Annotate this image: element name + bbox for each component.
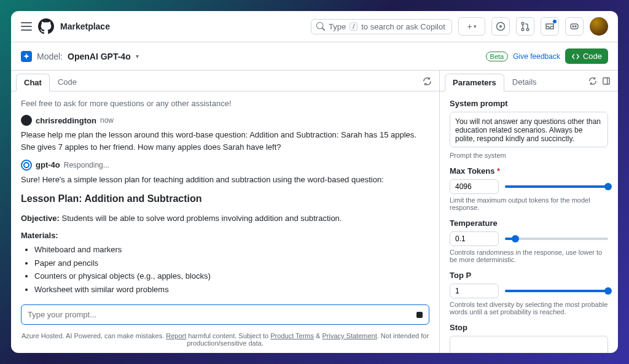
search-icon bbox=[316, 22, 325, 31]
beta-badge: Beta bbox=[486, 52, 509, 61]
notification-dot bbox=[553, 20, 557, 23]
main-area: Chat Code Feel free to ask for more ques… bbox=[11, 71, 618, 353]
assistant-status: Responding... bbox=[64, 160, 109, 171]
inbox-icon[interactable] bbox=[541, 17, 559, 36]
model-provider-icon: ✦ bbox=[21, 51, 32, 62]
list-item: Whiteboard and markers bbox=[34, 244, 429, 256]
pull-requests-icon[interactable] bbox=[516, 17, 534, 36]
svg-rect-5 bbox=[571, 24, 578, 29]
stop-icon[interactable] bbox=[416, 312, 423, 318]
copilot-icon[interactable] bbox=[565, 17, 584, 36]
avatar[interactable] bbox=[590, 17, 608, 36]
github-logo-icon[interactable] bbox=[38, 18, 54, 34]
brand-label[interactable]: Marketplace bbox=[60, 21, 110, 31]
temperature-hint: Controls randomness in the response, use… bbox=[450, 249, 608, 263]
list-item: Counters or physical objects (e.g., appl… bbox=[34, 270, 429, 282]
parameters-body: System prompt Prompt the system Max Toke… bbox=[440, 91, 618, 353]
max-tokens-input[interactable] bbox=[450, 179, 499, 194]
materials-heading: Materials: bbox=[21, 230, 429, 242]
list-item: Worksheet with similar word problems bbox=[34, 284, 429, 296]
chevron-down-icon: ▾ bbox=[474, 23, 477, 29]
top-p-label: Top P bbox=[450, 271, 608, 280]
prompt-textfield[interactable] bbox=[28, 310, 412, 319]
assistant-name: gpt-4o bbox=[36, 159, 60, 171]
code-icon bbox=[571, 52, 580, 61]
system-prompt-hint: Prompt the system bbox=[450, 152, 608, 159]
assistant-msg-header: gpt-4o Responding... bbox=[21, 159, 429, 171]
model-label: Model: bbox=[37, 52, 63, 61]
top-p-slider[interactable] bbox=[505, 290, 608, 292]
search-input[interactable]: Type / to search or ask Copilot bbox=[311, 19, 452, 34]
chat-panel: Chat Code Feel free to ask for more ques… bbox=[11, 71, 440, 353]
user-avatar-icon bbox=[21, 115, 32, 126]
top-p-hint: Controls text diversity by selecting the… bbox=[450, 301, 608, 316]
stop-input[interactable] bbox=[450, 336, 608, 353]
system-prompt-input[interactable] bbox=[450, 112, 608, 147]
plus-icon: + bbox=[467, 21, 472, 31]
chat-scroll[interactable]: Feel free to ask for more questions or a… bbox=[11, 91, 439, 300]
max-tokens-slider[interactable] bbox=[505, 185, 608, 188]
materials-list: Whiteboard and markers Paper and pencils… bbox=[34, 244, 429, 295]
top-p-input[interactable] bbox=[450, 284, 499, 298]
svg-rect-8 bbox=[603, 78, 610, 85]
svg-point-6 bbox=[572, 26, 574, 27]
temperature-input[interactable] bbox=[450, 231, 499, 246]
assistant-avatar-icon bbox=[21, 160, 32, 171]
prompt-input-wrap bbox=[11, 300, 439, 330]
svg-point-7 bbox=[575, 26, 576, 27]
user-msg-body: Please help me plan the lesson around th… bbox=[21, 129, 429, 153]
chevron-down-icon[interactable]: ▾ bbox=[136, 53, 139, 60]
new-button[interactable]: +▾ bbox=[458, 17, 485, 36]
user-msg-header: chrisreddington now bbox=[21, 115, 429, 127]
tab-details[interactable]: Details bbox=[504, 73, 545, 91]
right-tabs: Parameters Details bbox=[440, 71, 618, 91]
search-placeholder-suffix: to search or ask Copilot bbox=[361, 22, 445, 31]
left-tabs: Chat Code bbox=[11, 71, 439, 91]
model-name[interactable]: OpenAI GPT-4o bbox=[68, 52, 131, 61]
tab-chat[interactable]: Chat bbox=[16, 74, 50, 91]
prompt-input[interactable] bbox=[21, 304, 429, 325]
lesson-title: Lesson Plan: Addition and Subtraction bbox=[21, 192, 429, 206]
svg-point-4 bbox=[526, 28, 529, 31]
objective-line: Objective: Students will be able to solv… bbox=[21, 212, 429, 225]
privacy-link[interactable]: Privacy Statement bbox=[322, 332, 377, 339]
tab-code[interactable]: Code bbox=[50, 73, 85, 91]
tab-parameters[interactable]: Parameters bbox=[445, 74, 504, 91]
user-name: chrisreddington bbox=[36, 115, 96, 127]
search-placeholder-prefix: Type bbox=[329, 22, 346, 31]
report-link[interactable]: Report bbox=[166, 332, 186, 339]
temperature-slider[interactable] bbox=[505, 238, 608, 240]
menu-icon[interactable] bbox=[21, 22, 32, 31]
app-window: Marketplace Type / to search or ask Copi… bbox=[11, 11, 618, 353]
svg-point-3 bbox=[522, 28, 524, 31]
product-terms-link[interactable]: Product Terms bbox=[270, 332, 314, 339]
stop-label: Stop bbox=[450, 323, 608, 332]
topbar: Marketplace Type / to search or ask Copi… bbox=[11, 11, 618, 42]
kbd-slash: / bbox=[350, 22, 357, 31]
legal-footer: Azure Hosted. AI Powered, can make mista… bbox=[11, 330, 439, 353]
temperature-label: Temperature bbox=[450, 219, 608, 228]
issues-icon[interactable] bbox=[491, 17, 510, 36]
user-time: now bbox=[100, 115, 114, 126]
svg-point-2 bbox=[522, 22, 524, 25]
refresh-icon[interactable] bbox=[420, 74, 434, 90]
refresh-icon[interactable] bbox=[586, 74, 600, 90]
model-bar: ✦ Model: OpenAI GPT-4o ▾ Beta Give feedb… bbox=[11, 42, 618, 71]
list-item: Paper and pencils bbox=[34, 257, 429, 269]
assistant-intro: Sure! Here's a simple lesson plan for te… bbox=[21, 174, 429, 186]
parameters-panel: Parameters Details System prompt Prompt … bbox=[440, 71, 618, 353]
code-button[interactable]: Code bbox=[565, 48, 608, 64]
max-tokens-hint: Limit the maximum output tokens for the … bbox=[450, 196, 608, 211]
sidebar-toggle-icon[interactable] bbox=[600, 74, 613, 90]
svg-point-1 bbox=[499, 25, 502, 28]
max-tokens-label: Max Tokens * bbox=[450, 166, 608, 176]
system-note: Feel free to ask for more questions or a… bbox=[21, 98, 429, 110]
give-feedback-link[interactable]: Give feedback bbox=[513, 52, 560, 61]
system-prompt-label: System prompt bbox=[450, 99, 608, 108]
